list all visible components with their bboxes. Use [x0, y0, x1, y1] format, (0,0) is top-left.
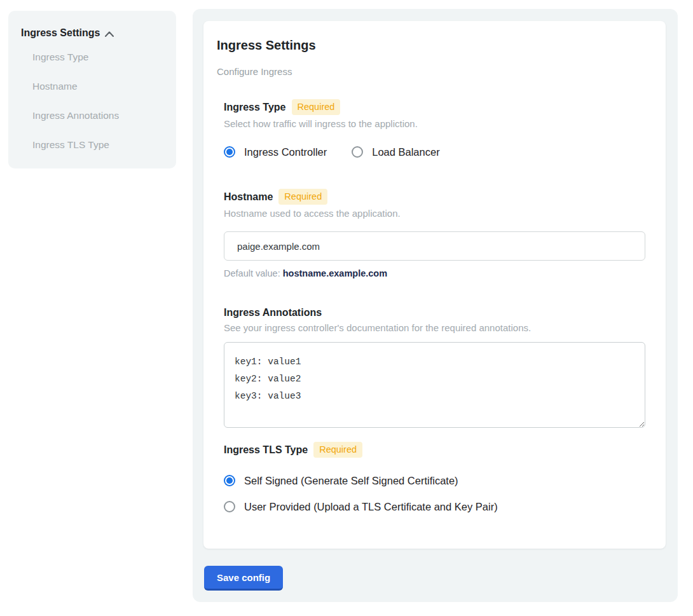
sidebar-item-hostname[interactable]: Hostname: [21, 81, 163, 92]
radio-load-balancer[interactable]: Load Balancer: [352, 146, 439, 158]
save-config-button[interactable]: Save config: [204, 566, 283, 591]
ingress-settings-card: Ingress Settings Configure Ingress Ingre…: [203, 21, 666, 549]
radio-selected-icon: [224, 146, 235, 158]
default-value-text: hostname.example.com: [283, 268, 387, 278]
radio-unselected-icon: [224, 501, 235, 512]
sidebar-item-ingress-tls-type[interactable]: Ingress TLS Type: [21, 139, 163, 151]
sidebar-nav: Ingress Type Hostname Ingress Annotation…: [21, 51, 163, 151]
radio-user-provided[interactable]: User Provided (Upload a TLS Certificate …: [224, 501, 645, 512]
sidebar: Ingress Settings Ingress Type Hostname I…: [8, 11, 176, 168]
card-subtitle: Configure Ingress: [217, 66, 645, 78]
hostname-description: Hostname used to access the application.: [224, 207, 645, 220]
ingress-annotations-description: See your ingress controller's documentat…: [224, 322, 645, 334]
section-ingress-annotations: Ingress Annotations See your ingress con…: [224, 306, 645, 428]
section-ingress-tls-type: Ingress TLS Type Required Self Signed (G…: [224, 442, 645, 512]
ingress-type-radio-group: Ingress Controller Load Balancer: [224, 146, 645, 158]
required-badge: Required: [278, 189, 327, 205]
settings-panel: Ingress Settings Configure Ingress Ingre…: [193, 9, 678, 602]
hostname-input[interactable]: [224, 231, 645, 261]
sidebar-item-ingress-type[interactable]: Ingress Type: [21, 51, 163, 63]
section-ingress-type: Ingress Type Required Select how traffic…: [224, 99, 645, 158]
radio-unselected-icon: [352, 146, 363, 158]
sidebar-group-label: Ingress Settings: [21, 27, 100, 39]
tls-type-radio-group: Self Signed (Generate Self Signed Certif…: [224, 475, 645, 512]
required-badge: Required: [292, 99, 341, 115]
radio-load-balancer-label: Load Balancer: [372, 146, 439, 158]
radio-selected-icon: [224, 475, 235, 486]
sidebar-group-ingress-settings[interactable]: Ingress Settings: [21, 27, 163, 39]
radio-ingress-controller[interactable]: Ingress Controller: [224, 146, 327, 158]
card-title: Ingress Settings: [217, 38, 645, 53]
ingress-type-label: Ingress Type: [224, 101, 286, 114]
hostname-label: Hostname: [224, 191, 273, 203]
ingress-annotations-textarea[interactable]: key1: value1 key2: value2 key3: value3: [224, 342, 645, 428]
sidebar-item-ingress-annotations[interactable]: Ingress Annotations: [21, 110, 163, 121]
radio-ingress-controller-label: Ingress Controller: [244, 146, 327, 158]
radio-self-signed[interactable]: Self Signed (Generate Self Signed Certif…: [224, 475, 645, 486]
radio-user-provided-label: User Provided (Upload a TLS Certificate …: [244, 501, 498, 512]
hostname-default-helper: Default value: hostname.example.com: [224, 268, 645, 279]
required-badge: Required: [313, 442, 362, 458]
ingress-type-description: Select how traffic will ingress to the a…: [224, 118, 645, 130]
ingress-tls-type-label: Ingress TLS Type: [224, 444, 308, 456]
section-hostname: Hostname Required Hostname used to acces…: [224, 189, 645, 279]
ingress-annotations-label: Ingress Annotations: [224, 306, 322, 319]
default-value-prefix: Default value:: [224, 268, 283, 278]
radio-self-signed-label: Self Signed (Generate Self Signed Certif…: [244, 475, 458, 486]
chevron-up-icon: [105, 31, 114, 37]
